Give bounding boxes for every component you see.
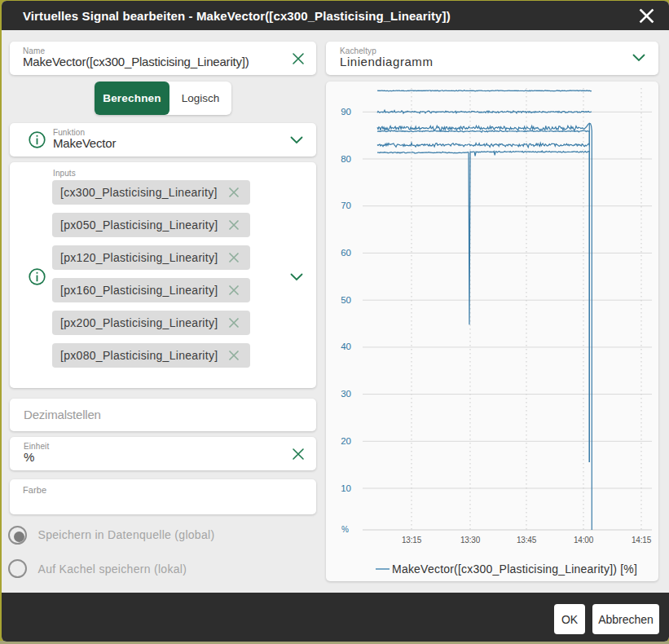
svg-text:10: 10 — [341, 483, 351, 493]
svg-text:14:00: 14:00 — [574, 536, 594, 545]
svg-text:30: 30 — [341, 389, 351, 399]
svg-text:%: % — [341, 525, 349, 534]
svg-text:14:15: 14:15 — [632, 536, 652, 545]
svg-text:90: 90 — [341, 107, 351, 117]
svg-text:13:30: 13:30 — [460, 536, 481, 545]
svg-text:40: 40 — [341, 342, 351, 351]
svg-text:60: 60 — [341, 248, 351, 258]
svg-text:70: 70 — [341, 201, 351, 210]
svg-text:50: 50 — [341, 295, 351, 305]
svg-text:MakeVector([cx300_Plasticising: MakeVector([cx300_Plasticising_Linearity… — [392, 562, 637, 576]
svg-text:13:45: 13:45 — [517, 536, 537, 545]
svg-text:80: 80 — [341, 154, 351, 164]
svg-text:20: 20 — [341, 436, 351, 446]
svg-text:13:15: 13:15 — [402, 536, 422, 545]
